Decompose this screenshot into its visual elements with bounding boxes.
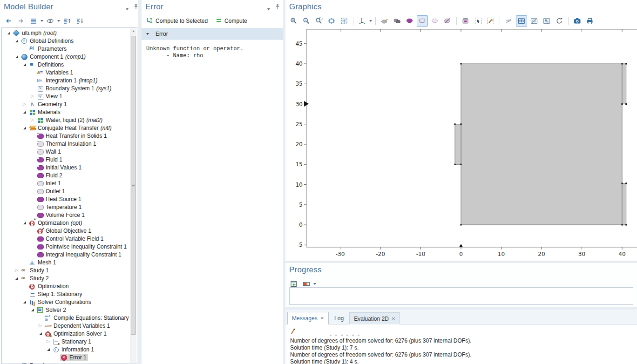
tree-collapsed-arrow-icon[interactable] [30,93,36,100]
tree-item-global-definitions[interactable]: Global Definitions [2,37,137,45]
tree-item-label: Information 1 [61,346,94,353]
tree-item-definitions[interactable]: Definitions [2,61,137,68]
pin-icon[interactable] [275,3,280,10]
show-caret-icon[interactable] [57,20,60,22]
tree-item-label: Dependent Variables 1 [54,323,110,329]
tree-collapsed-arrow-icon[interactable] [14,267,20,274]
tree-item-mesh-1[interactable]: Mesh 1 [2,258,137,266]
tree-item-step-1-stationary[interactable]: Step 1: Stationary [2,290,137,298]
tree-collapsed-arrow-icon[interactable] [46,338,52,345]
tree-spacer [30,69,36,76]
tree-item-optimization[interactable]: Optimization(opt) [2,219,137,227]
tree-expanded-arrow-icon[interactable] [22,108,28,115]
tree-expanded-arrow-icon[interactable] [7,29,13,36]
tree-item-integration-1[interactable]: Integration 1(intop1) [2,76,137,84]
tree-item-pointwise-inequality-constraint-1[interactable]: Pointwise Inequality Constraint 1 [2,243,137,250]
forward-icon[interactable] [15,15,27,27]
tree-item-inlet-1[interactable]: Inlet 1 [2,179,137,187]
close-tab-icon[interactable]: ✕ [392,316,395,321]
pin-icon[interactable] [133,3,139,10]
tree-item-solver-configurations[interactable]: Solver Configurations [2,298,137,306]
tree-item-information-1[interactable]: Information 1 [2,345,137,353]
tree-item-study-1[interactable]: Study 1 [2,266,137,274]
tree-collapsed-arrow-icon[interactable] [30,116,36,123]
tree-expanded-arrow-icon[interactable] [14,53,20,60]
tree-expanded-arrow-icon[interactable] [22,124,28,131]
tree-expanded-arrow-icon[interactable] [14,275,20,282]
tree-item-wall-1[interactable]: Wall 1 [2,148,137,155]
tree-item-global-objective-1[interactable]: Global Objective 1 [2,227,137,235]
scroll-up-icon[interactable]: ▲ [130,29,136,33]
tree-item-parameters[interactable]: Parameters [2,45,137,53]
tree-expanded-arrow-icon[interactable] [14,37,20,44]
tree-item-optimization[interactable]: Optimization [2,282,137,290]
tree-item-conjugate-heat-transfer[interactable]: Conjugate Heat Transfer(nitf) [2,124,137,132]
tree-item-heat-source-1[interactable]: Heat Source 1 [2,195,137,203]
tree-item-geometry-1[interactable]: Geometry 1 [2,100,137,108]
tree-item-label: Temperature 1 [46,204,81,210]
tab-messages[interactable]: Messages✕ [287,312,329,324]
tree-expanded-arrow-icon[interactable] [38,330,44,337]
tree-scrollbar[interactable]: ▲ [130,28,136,363]
tree-item-boundary-system-1[interactable]: Boundary System 1(sys1) [2,84,137,92]
tree-item-component-1[interactable]: Component 1(comp1) [2,53,137,61]
tree-item-stationary-1[interactable]: Stationary 1 [2,337,137,345]
tree-item-error-1[interactable]: Error 1 [2,353,137,361]
progress-display-caret-icon[interactable] [313,283,316,285]
tree-item-label: Solver 2 [46,307,66,313]
compute-to-selected-button[interactable]: Compute to Selected [146,17,208,25]
model-tree-menu-icon[interactable] [28,15,39,27]
close-tab-icon[interactable]: ✕ [320,316,324,321]
tree-expanded-arrow-icon[interactable] [46,346,52,353]
tree-item-fluid-1[interactable]: Fluid 1 [2,155,137,163]
error-section-header[interactable]: Error [142,28,283,40]
expand-all-icon[interactable] [74,15,85,27]
step-stationary-icon [29,291,36,297]
scrollbar-thumb[interactable] [131,36,136,335]
tree-item-dependent-variables-1[interactable]: Dependent Variables 1 [2,322,137,330]
tree-item-outlet-1[interactable]: Outlet 1 [2,187,137,195]
tree-item-temperature-1[interactable]: Temperature 1 [2,203,137,211]
tree-item-fluid-2[interactable]: Fluid 2 [2,171,137,179]
tree-collapsed-arrow-icon[interactable] [22,101,28,108]
tree-expanded-arrow-icon[interactable] [22,298,28,305]
compute-button[interactable]: Compute [215,17,247,25]
tree-item-thermal-insulation-1[interactable]: Thermal Insulation 1 [2,140,137,148]
tree-item-heat-transfer-in-solids-1[interactable]: Heat Transfer in Solids 1 [2,132,137,140]
tree-collapsed-arrow-icon[interactable] [14,362,20,364]
tree-item-results[interactable]: Results [2,361,137,364]
tree-item-view-1[interactable]: View 1 [2,92,137,100]
tree-item-water-liquid-2[interactable]: Water, liquid (2)(mat2) [2,116,137,124]
messages-body[interactable]: Number of degrees of freedom solved for:… [285,324,637,364]
tree-item-variables-1[interactable]: Variables 1 [2,68,137,76]
show-icon[interactable] [45,15,56,27]
tree-expanded-arrow-icon[interactable] [30,306,36,313]
tree-item-optimization-solver-1[interactable]: Optimization Solver 1 [2,330,137,337]
tree-expanded-arrow-icon[interactable] [22,219,28,226]
tree-spacer [30,235,36,242]
tree-item-study-2[interactable]: Study 2 [2,274,137,282]
tree-item-materials[interactable]: Materials [2,108,137,116]
tree-expanded-arrow-icon[interactable] [22,61,28,68]
tree-spacer [30,251,36,258]
tree-item-control-variable-field-1[interactable]: Control Variable Field 1 [2,235,137,243]
x-tick-label: 40 [618,251,625,257]
tree-collapsed-arrow-icon[interactable] [38,322,44,329]
tree-item-volume-force-1[interactable]: Volume Force 1 [2,211,137,219]
tree-item-initial-values-1[interactable]: Initial Values 1 [2,163,137,171]
collapse-all-icon[interactable] [61,15,73,27]
panel-menu-caret-icon[interactable] [267,5,270,13]
model-tree-menu-caret-icon[interactable] [41,20,43,22]
tab-log[interactable]: Log [330,312,348,324]
tree-item-solver-2[interactable]: Solver 2 [2,306,137,314]
tree-item-label: Component 1 [30,54,63,60]
graphics-canvas[interactable]: -30-20-10010203040-5051015202530354045 [285,0,637,261]
back-icon[interactable] [3,15,14,27]
tab-evaluation-2d[interactable]: Evaluation 2D✕ [349,312,400,324]
collapse-section-icon[interactable] [146,33,149,35]
tree-item-ulti-mph[interactable]: ulti.mph(root) [2,29,137,37]
tree-item-compile-equations-stationary[interactable]: Compile Equations: Stationary [2,314,137,322]
tree-item-integral-inequality-constraint-1[interactable]: Integral Inequality Constraint 1 [2,250,137,258]
panel-menu-caret-icon[interactable] [126,5,129,13]
compute-to-selected-icon [146,17,153,25]
